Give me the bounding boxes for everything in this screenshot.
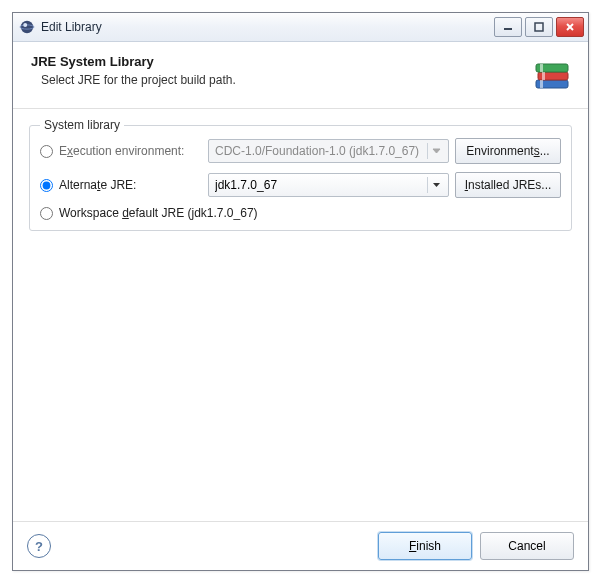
library-books-icon [530, 54, 574, 98]
execution-environment-radio-input[interactable] [40, 145, 53, 158]
cancel-button[interactable]: Cancel [480, 532, 574, 560]
finish-button-label: Finish [409, 539, 441, 553]
header-title: JRE System Library [31, 54, 522, 69]
edit-library-dialog: Edit Library JRE System Library Select J… [12, 12, 589, 571]
minimize-button[interactable] [494, 17, 522, 37]
svg-rect-10 [540, 64, 543, 72]
svg-rect-4 [535, 23, 543, 31]
header-subtitle: Select JRE for the project build path. [31, 73, 522, 87]
titlebar: Edit Library [13, 13, 588, 42]
svg-point-0 [21, 21, 33, 33]
environments-button-label: Environments... [466, 144, 549, 158]
dialog-footer: ? Finish Cancel [13, 521, 588, 570]
execution-environment-combo[interactable]: CDC-1.0/Foundation-1.0 (jdk1.7.0_67) [208, 139, 449, 163]
execution-environment-value: CDC-1.0/Foundation-1.0 (jdk1.7.0_67) [215, 144, 423, 158]
dialog-header: JRE System Library Select JRE for the pr… [13, 42, 588, 109]
execution-environment-radio[interactable]: Execution environment: [40, 144, 202, 158]
environments-button[interactable]: Environments... [455, 138, 561, 164]
svg-rect-11 [542, 72, 545, 80]
alternate-jre-radio-input[interactable] [40, 179, 53, 192]
installed-jres-button[interactable]: Installed JREs... [455, 172, 561, 198]
workspace-default-radio-input[interactable] [40, 207, 53, 220]
chevron-down-icon [427, 143, 444, 159]
chevron-down-icon [427, 177, 444, 193]
maximize-button[interactable] [525, 17, 553, 37]
alternate-jre-radio[interactable]: Alternate JRE: [40, 178, 202, 192]
alternate-jre-value: jdk1.7.0_67 [215, 178, 423, 192]
workspace-default-radio[interactable]: Workspace default JRE (jdk1.7.0_67) [40, 206, 258, 220]
window-title: Edit Library [41, 20, 102, 34]
group-legend: System library [40, 118, 124, 132]
alternate-jre-label: Alternate JRE: [59, 178, 136, 192]
cancel-button-label: Cancel [508, 539, 545, 553]
finish-button[interactable]: Finish [378, 532, 472, 560]
eclipse-icon [19, 19, 35, 35]
system-library-group: System library Execution environment: CD… [29, 125, 572, 231]
svg-rect-12 [540, 80, 543, 88]
workspace-default-label: Workspace default JRE (jdk1.7.0_67) [59, 206, 258, 220]
alternate-jre-combo[interactable]: jdk1.7.0_67 [208, 173, 449, 197]
svg-point-2 [23, 23, 27, 27]
installed-jres-button-label: Installed JREs... [465, 178, 552, 192]
close-button[interactable] [556, 17, 584, 37]
help-icon[interactable]: ? [27, 534, 51, 558]
execution-environment-label: Execution environment: [59, 144, 184, 158]
